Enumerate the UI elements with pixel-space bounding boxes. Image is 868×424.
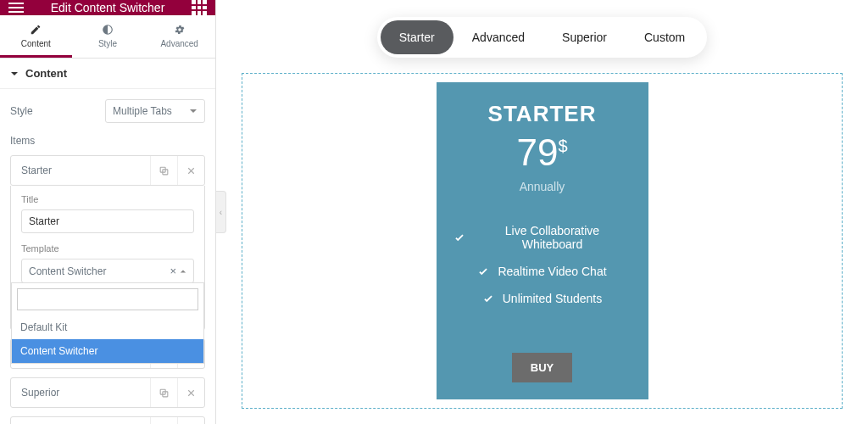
item-row-custom: Custom bbox=[10, 416, 205, 424]
feature-item: Live Collaborative Whiteboard bbox=[453, 224, 632, 251]
style-label: Style bbox=[10, 105, 33, 117]
close-icon[interactable] bbox=[177, 156, 204, 185]
tab-advanced[interactable]: Advanced bbox=[143, 15, 215, 58]
title-input[interactable] bbox=[21, 209, 194, 233]
item-row-superior: Superior bbox=[10, 377, 205, 408]
check-icon bbox=[477, 265, 489, 277]
section-toggle[interactable]: Content bbox=[0, 59, 215, 89]
dropdown-search[interactable] bbox=[17, 288, 198, 310]
chevron-down-icon bbox=[10, 70, 19, 78]
card-title: STARTER bbox=[453, 101, 632, 127]
panel-header: Edit Content Switcher bbox=[0, 0, 215, 15]
section-body: Style Multiple Tabs Items Starter Title … bbox=[0, 89, 215, 424]
style-select[interactable]: Multiple Tabs bbox=[105, 99, 205, 123]
menu-icon[interactable] bbox=[8, 3, 24, 13]
switch-advanced[interactable]: Advanced bbox=[453, 20, 543, 54]
caret-down-icon bbox=[189, 107, 198, 115]
panel-title: Edit Content Switcher bbox=[51, 1, 165, 14]
copy-icon[interactable] bbox=[150, 417, 177, 424]
template-label: Template bbox=[21, 243, 194, 254]
item-name[interactable]: Custom bbox=[11, 417, 150, 424]
panel-tabs: Content Style Advanced bbox=[0, 15, 215, 59]
card-period: Annually bbox=[453, 180, 632, 193]
tab-style[interactable]: Style bbox=[72, 15, 144, 58]
preview-area: ‹ Starter Advanced Superior Custom START… bbox=[216, 0, 868, 424]
apps-icon[interactable] bbox=[192, 0, 207, 15]
feature-item: Realtime Video Chat bbox=[453, 265, 632, 278]
copy-icon[interactable] bbox=[150, 378, 177, 407]
template-select[interactable]: Content Switcher × Default Kit Content S… bbox=[21, 259, 194, 283]
items-label: Items bbox=[10, 135, 205, 147]
dropdown-option[interactable]: Default Kit bbox=[12, 315, 203, 339]
item-name[interactable]: Superior bbox=[11, 378, 150, 407]
editor-panel: Edit Content Switcher Content Style Adva… bbox=[0, 0, 216, 424]
switch-starter[interactable]: Starter bbox=[381, 20, 453, 54]
pricing-card: STARTER 79$ Annually Live Collaborative … bbox=[437, 82, 648, 399]
pencil-icon bbox=[30, 24, 42, 36]
gear-icon bbox=[174, 24, 186, 36]
check-icon bbox=[482, 293, 494, 304]
switch-custom[interactable]: Custom bbox=[626, 20, 704, 54]
check-icon bbox=[453, 232, 465, 243]
template-dropdown: Default Kit Content Switcher bbox=[11, 282, 204, 364]
tab-content[interactable]: Content bbox=[0, 15, 72, 58]
buy-button[interactable]: BUY bbox=[512, 353, 572, 382]
copy-icon[interactable] bbox=[150, 156, 177, 185]
item-row-starter: Starter bbox=[10, 155, 205, 186]
caret-up-icon bbox=[180, 268, 186, 275]
switch-superior[interactable]: Superior bbox=[543, 20, 626, 54]
clear-icon[interactable]: × bbox=[170, 265, 176, 277]
close-icon[interactable] bbox=[177, 378, 204, 407]
feature-item: Unlimited Students bbox=[453, 292, 632, 305]
card-container[interactable]: STARTER 79$ Annually Live Collaborative … bbox=[242, 73, 843, 409]
item-editor: Title Template Content Switcher × Defaul… bbox=[10, 186, 205, 330]
dropdown-option[interactable]: Content Switcher bbox=[12, 339, 203, 363]
close-icon[interactable] bbox=[177, 417, 204, 424]
item-name[interactable]: Starter bbox=[11, 156, 150, 185]
contrast-icon bbox=[102, 24, 114, 36]
content-switcher: Starter Advanced Superior Custom bbox=[377, 17, 707, 58]
title-label: Title bbox=[21, 194, 194, 204]
card-price: 79$ bbox=[516, 134, 567, 171]
collapse-handle[interactable]: ‹ bbox=[216, 191, 226, 233]
